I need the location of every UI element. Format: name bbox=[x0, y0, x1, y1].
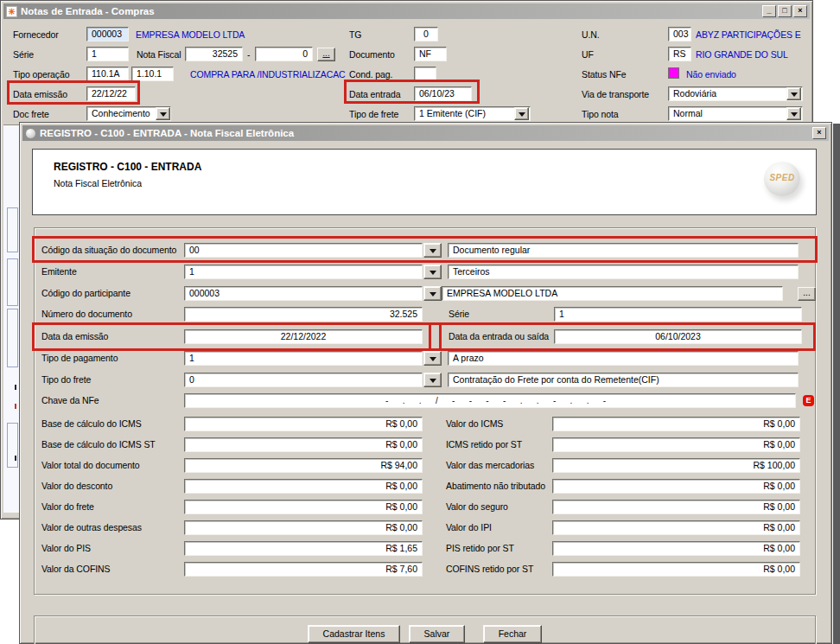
clipped-text-fragment bbox=[15, 385, 16, 390]
nota-fiscal-input-2[interactable]: 0 bbox=[255, 47, 313, 61]
doc-frete-dropdown-arrow-icon[interactable] bbox=[156, 107, 170, 120]
participante-dropdown-arrow-icon[interactable] bbox=[423, 286, 442, 301]
via-transporte-dropdown-arrow-icon[interactable] bbox=[786, 87, 801, 100]
un-input[interactable]: 003 bbox=[668, 27, 691, 41]
tipo-pagamento-input[interactable]: 1 bbox=[184, 351, 423, 366]
money-right-label: Valor das mercadorias bbox=[446, 460, 534, 470]
fornecedor-input[interactable]: 000003 bbox=[86, 27, 129, 41]
hidden-groupbox bbox=[7, 309, 18, 367]
dialog-close-icon[interactable]: × bbox=[812, 127, 826, 139]
participante-desc-input[interactable]: EMPRESA MODELO LTDA bbox=[442, 286, 783, 301]
money-right-input[interactable]: R$ 0,00 bbox=[552, 520, 800, 535]
tipo-de-frete-label: Tipo de frete bbox=[349, 109, 398, 119]
tipo-nota-combo[interactable]: Normal bbox=[668, 106, 803, 121]
money-right-input[interactable]: R$ 0,00 bbox=[552, 417, 800, 431]
dialog-serie-label: Série bbox=[449, 309, 469, 319]
money-right-label: Abatimento não tributado bbox=[446, 481, 545, 491]
money-right-input[interactable]: R$ 0,00 bbox=[552, 500, 800, 514]
emitente-dropdown-arrow-icon[interactable] bbox=[423, 265, 442, 279]
dialog-tipo-frete-input[interactable]: 0 bbox=[184, 373, 423, 387]
via-transporte-label: Via de transporte bbox=[582, 89, 649, 99]
main-window-titlebar[interactable]: ✳ Notas de Entrada - Compras _ □ × bbox=[3, 3, 810, 19]
money-left-input[interactable]: R$ 0,00 bbox=[184, 437, 423, 452]
un-label: U.N. bbox=[582, 29, 600, 40]
money-left-label: Valor do PIS bbox=[41, 543, 91, 553]
dialog-titlebar[interactable]: REGISTRO - C100 - ENTRADA - Nota Fiscal … bbox=[22, 125, 829, 141]
salvar-button[interactable]: Salvar bbox=[409, 625, 465, 643]
tipo-operacao-input-2[interactable]: 1.10.1 bbox=[131, 67, 174, 81]
situacao-input[interactable]: 00 bbox=[184, 243, 423, 258]
money-left-input[interactable]: R$ 0,00 bbox=[184, 520, 423, 535]
money-right-label: Valor do ICMS bbox=[446, 418, 503, 429]
money-left-label: Valor total do documento bbox=[41, 460, 140, 470]
tipo-operacao-input-1[interactable]: 110.1A bbox=[86, 67, 129, 81]
fornecedor-desc: EMPRESA MODELO LTDA bbox=[136, 29, 245, 40]
money-left-label: Valor do desconto bbox=[41, 481, 112, 491]
screen: ✳ Notas de Entrada - Compras _ □ × Forne… bbox=[0, 0, 840, 644]
numero-documento-label: Número do documento bbox=[41, 309, 132, 319]
dialog-data-emissao-input[interactable]: 22/12/2022 bbox=[184, 329, 423, 344]
dialog-header-title: REGISTRO - C100 - ENTRADA bbox=[54, 161, 201, 173]
main-window-body-panel bbox=[3, 124, 19, 513]
form-groupbox bbox=[34, 227, 816, 595]
un-desc: ABYZ PARTICIPAÇÕES E bbox=[696, 29, 801, 40]
dialog-serie-input[interactable]: 1 bbox=[554, 307, 802, 322]
money-right-input[interactable]: R$ 0,00 bbox=[552, 479, 800, 494]
uf-label: UF bbox=[582, 49, 594, 60]
dialog-tipo-frete-desc-input[interactable]: Contratação do Frete por conta do Remete… bbox=[448, 373, 799, 387]
minimize-icon[interactable]: _ bbox=[762, 5, 776, 17]
money-left-input[interactable]: R$ 7,60 bbox=[184, 562, 423, 577]
tg-input[interactable]: 0 bbox=[414, 27, 438, 41]
money-right-label: Valor do IPI bbox=[446, 522, 492, 532]
participante-input[interactable]: 000003 bbox=[184, 286, 423, 301]
chave-nfe-label: Chave da NFe bbox=[41, 395, 99, 405]
money-right-input[interactable]: R$ 0,00 bbox=[552, 562, 800, 577]
data-emissao-label: Data emissão bbox=[13, 89, 67, 99]
nota-fiscal-more-button[interactable]: ... bbox=[317, 48, 335, 61]
data-entrada-input[interactable]: 06/10/23 bbox=[414, 86, 472, 101]
hidden-groupbox bbox=[7, 207, 18, 252]
tipo-pagamento-dropdown-arrow-icon[interactable] bbox=[423, 351, 442, 366]
documento-input[interactable]: NF bbox=[414, 47, 447, 61]
money-right-input[interactable]: R$ 0,00 bbox=[552, 437, 800, 452]
participante-more-button[interactable]: ... bbox=[798, 287, 816, 301]
situacao-desc-input[interactable]: Documento regular bbox=[448, 243, 799, 258]
money-left-label: Base de cálculo do ICMS bbox=[41, 418, 142, 429]
money-right-input[interactable]: R$ 0,00 bbox=[552, 541, 800, 556]
tipo-nota-label: Tipo nota bbox=[582, 109, 619, 119]
tipo-pagamento-desc-input[interactable]: A prazo bbox=[448, 351, 799, 366]
uf-input[interactable]: RS bbox=[668, 47, 691, 61]
tipo-de-frete-combo[interactable]: 1 Emitente (CIF) bbox=[414, 106, 531, 121]
money-left-input[interactable]: R$ 0,00 bbox=[184, 500, 423, 514]
nota-fiscal-input[interactable]: 32525 bbox=[185, 47, 243, 61]
emitente-input[interactable]: 1 bbox=[184, 265, 423, 279]
cond-pag-label: Cond. pag. bbox=[349, 69, 392, 80]
dialog-data-entrada-input[interactable]: 06/10/2023 bbox=[554, 329, 802, 344]
numero-documento-input[interactable]: 32.525 bbox=[184, 307, 423, 322]
money-left-input[interactable]: R$ 0,00 bbox=[184, 479, 423, 494]
money-right-input[interactable]: R$ 100,00 bbox=[552, 458, 800, 473]
tipo-nota-dropdown-arrow-icon[interactable] bbox=[786, 107, 801, 120]
chave-nfe-mask: - . . / - - - - . . - . . - bbox=[385, 396, 608, 405]
money-right-label: COFINS retido por ST bbox=[446, 564, 533, 574]
money-left-input[interactable]: R$ 0,00 bbox=[184, 417, 423, 431]
dialog-tipo-frete-dropdown-arrow-icon[interactable] bbox=[423, 373, 442, 387]
cadastrar-itens-button[interactable]: Cadastrar Itens bbox=[308, 625, 400, 643]
data-emissao-input[interactable]: 22/12/22 bbox=[86, 86, 136, 101]
error-badge-icon: E bbox=[803, 395, 814, 406]
emitente-desc-input[interactable]: Terceiros bbox=[448, 265, 799, 279]
doc-frete-label: Doc frete bbox=[13, 109, 49, 119]
money-left-input[interactable]: R$ 1,65 bbox=[184, 541, 423, 556]
via-transporte-combo[interactable]: Rodoviária bbox=[668, 86, 803, 101]
maximize-icon[interactable]: □ bbox=[778, 5, 792, 17]
data-entrada-label: Data entrada bbox=[349, 89, 401, 99]
cond-pag-input[interactable] bbox=[414, 67, 436, 81]
tipo-de-frete-dropdown-arrow-icon[interactable] bbox=[514, 107, 529, 120]
uf-desc: RIO GRANDE DO SUL bbox=[696, 49, 788, 60]
fechar-button[interactable]: Fechar bbox=[483, 625, 542, 643]
serie-input[interactable]: 1 bbox=[86, 47, 129, 61]
situacao-dropdown-arrow-icon[interactable] bbox=[423, 243, 442, 258]
money-left-label: Valor da COFINS bbox=[41, 564, 110, 574]
close-icon[interactable]: × bbox=[793, 5, 807, 17]
money-left-input[interactable]: R$ 94,00 bbox=[184, 458, 423, 473]
